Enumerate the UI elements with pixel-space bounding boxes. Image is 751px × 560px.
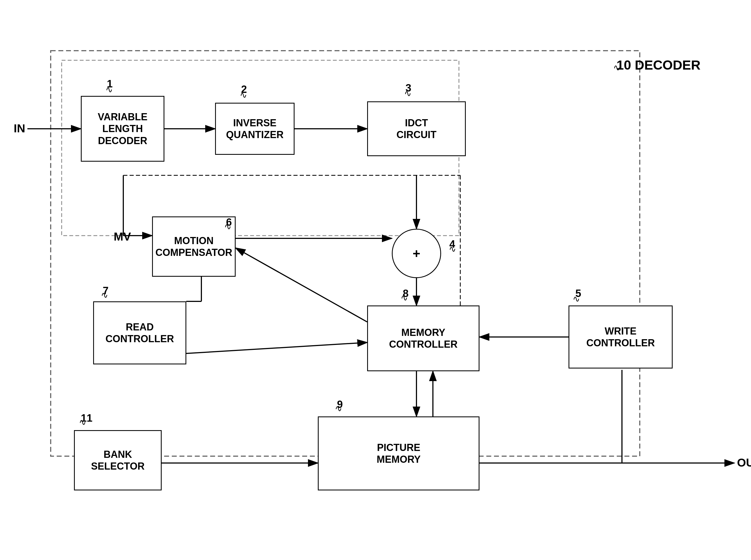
out-label: OUT (737, 456, 751, 469)
diagram: IN VARIABLELENGTHDECODER 1 INVERSEQUANTI… (0, 0, 751, 560)
squiggle-6: ∿ (224, 221, 232, 232)
write-controller-label: WRITECONTROLLER (586, 325, 655, 349)
write-controller-block: WRITECONTROLLER (569, 305, 673, 368)
read-controller-label: READCONTROLLER (105, 321, 174, 345)
adder-label: + (413, 246, 420, 261)
svg-line-15 (236, 248, 367, 322)
in-label: IN (14, 122, 25, 135)
inverse-quantizer-label: INVERSEQUANTIZER (226, 117, 283, 141)
squiggle-11: ∿ (79, 417, 86, 427)
idct-circuit-block: IDCTCIRCUIT (367, 101, 466, 156)
adder-block: + (392, 229, 441, 278)
bank-selector-label: BANKSELECTOR (91, 448, 144, 472)
variable-length-decoder-label: VARIABLELENGTHDECODER (98, 111, 147, 146)
squiggle-4: ∿ (449, 244, 456, 254)
memory-controller-block: MEMORYCONTROLLER (367, 305, 479, 371)
squiggle-9: ∿ (335, 403, 342, 414)
svg-line-14 (186, 342, 367, 354)
squiggle-10: ∿ (613, 62, 620, 73)
squiggle-7: ∿ (101, 290, 108, 300)
decoder-label: 10 DECODER (616, 58, 700, 73)
bank-selector-block: BANKSELECTOR (74, 430, 162, 491)
squiggle-5: ∿ (573, 294, 580, 304)
squiggle-1: ∿ (105, 84, 113, 95)
decoder-text: DECODER (635, 58, 700, 72)
squiggle-3: ∿ (404, 88, 412, 99)
motion-compensator-block: MOTIONCOMPENSATOR (152, 216, 236, 277)
mv-label: MV (114, 230, 131, 243)
variable-length-decoder-block: VARIABLELENGTHDECODER (81, 96, 164, 162)
picture-memory-label: PICTUREMEMORY (377, 442, 421, 465)
picture-memory-block: PICTUREMEMORY (318, 416, 479, 491)
squiggle-2: ∿ (240, 90, 247, 100)
read-controller-block: READCONTROLLER (93, 301, 186, 364)
idct-circuit-label: IDCTCIRCUIT (396, 117, 436, 141)
inverse-quantizer-block: INVERSEQUANTIZER (215, 103, 295, 155)
memory-controller-label: MEMORYCONTROLLER (389, 326, 458, 350)
motion-compensator-label: MOTIONCOMPENSATOR (155, 235, 232, 258)
squiggle-8: ∿ (400, 293, 408, 303)
